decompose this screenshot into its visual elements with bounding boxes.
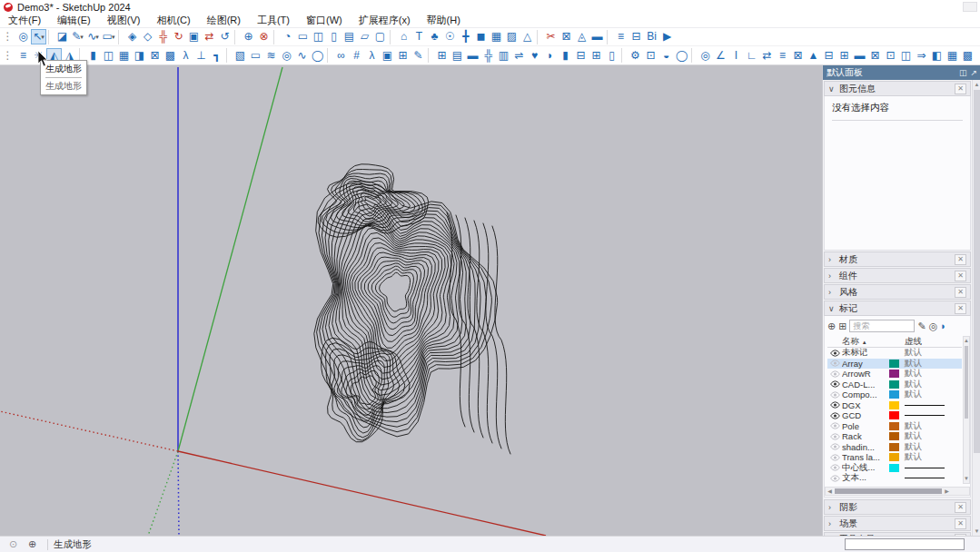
visibility-off-icon[interactable]	[827, 422, 842, 429]
menu-tools[interactable]: 工具(T)	[249, 13, 298, 28]
rotate-tool[interactable]: ↻	[171, 29, 186, 44]
section-tags[interactable]: ∨ 标记 ✕	[824, 301, 971, 316]
band-icon[interactable]: ▬	[852, 48, 867, 64]
scroll-right-icon[interactable]: ▶	[943, 488, 951, 495]
tag-dashes[interactable]	[905, 468, 952, 468]
close-icon[interactable]: ✕	[955, 84, 966, 94]
tag-color-swatch[interactable]	[889, 349, 899, 357]
section-plane-tool[interactable]: ◫	[311, 29, 326, 44]
stairs-tool[interactable]: △	[520, 29, 535, 44]
clipboard-icon[interactable]: ⊟	[573, 48, 589, 64]
visibility-off-icon[interactable]	[827, 433, 842, 440]
offset-tool[interactable]: ◇	[140, 29, 155, 44]
tag-color-swatch[interactable]	[889, 432, 899, 440]
note-icon[interactable]: ▤	[450, 48, 465, 64]
tag-color-swatch[interactable]	[889, 422, 899, 430]
line-tool[interactable]: ✎▾	[70, 29, 85, 44]
tag-color-swatch[interactable]	[889, 390, 899, 399]
scroll-up-icon[interactable]: ▲	[964, 337, 969, 345]
angle-icon[interactable]: ∠	[713, 48, 728, 64]
battery-icon[interactable]: ▮	[558, 48, 573, 64]
box-grid-icon[interactable]: ⊞	[395, 48, 411, 64]
mesh-icon[interactable]: ▦	[945, 48, 960, 64]
play-icon[interactable]: ▶	[659, 29, 675, 44]
window-component[interactable]: ▨	[504, 29, 520, 44]
scroll-down-icon[interactable]: ▼	[973, 527, 980, 536]
curve-icon[interactable]: ∿	[294, 48, 310, 64]
zoom-previous[interactable]: ⊗	[256, 29, 272, 44]
frame-icon[interactable]: ▣	[380, 48, 395, 64]
close-icon[interactable]: ✕	[955, 502, 966, 513]
geolocation-icon[interactable]: ⊙	[7, 538, 19, 550]
document-icon[interactable]: ▯	[604, 48, 619, 64]
visibility-on-icon[interactable]	[827, 412, 842, 419]
edit-tag-icon[interactable]: ✎	[917, 320, 926, 332]
search-icon[interactable]: ◎	[698, 48, 713, 64]
visibility-on-icon[interactable]	[827, 380, 842, 388]
outline-icon[interactable]: ≡	[775, 48, 790, 64]
tag-row[interactable]: 文本	[827, 484, 962, 485]
dropdown-caret-icon[interactable]: ▾	[95, 29, 99, 44]
magnifier-icon[interactable]: ◎	[15, 29, 31, 44]
bug-icon[interactable]: ⊡	[643, 48, 658, 64]
tray-scrollbar[interactable]: ▲ ▼	[972, 80, 980, 536]
menu-extensions[interactable]: 扩展程序(x)	[351, 13, 419, 28]
purge-tags-icon[interactable]: ◎	[929, 320, 938, 332]
table-icon[interactable]: ⊞	[836, 48, 852, 64]
flip-edge-tool[interactable]: ▩	[163, 48, 178, 64]
scale-tool[interactable]: ▣	[186, 29, 202, 44]
visibility-off-icon[interactable]	[827, 391, 842, 399]
visibility-off-icon[interactable]	[827, 454, 842, 461]
bar-icon[interactable]: ▬	[465, 48, 480, 64]
tags-vertical-scrollbar[interactable]: ▲ ▼	[963, 336, 970, 484]
followme-tool[interactable]: ↺	[217, 29, 233, 44]
swap-icon[interactable]: ⇌	[511, 48, 527, 64]
pattern-icon[interactable]: ▧	[233, 48, 248, 64]
section-shadows[interactable]: › 阴影 ✕	[824, 499, 971, 515]
scroll-left-icon[interactable]: ◀	[826, 488, 834, 495]
columns-icon[interactable]: ◫	[898, 48, 914, 64]
section-fill-toggle[interactable]: ▱	[357, 29, 372, 44]
grid-tool[interactable]: ▦	[489, 29, 504, 44]
half-icon[interactable]: ◧	[929, 48, 945, 64]
tag-color-swatch[interactable]	[889, 401, 899, 409]
weld-tool[interactable]: ✂	[543, 29, 559, 44]
tag-dashes[interactable]	[905, 415, 952, 416]
card-icon[interactable]: ▭	[248, 48, 263, 64]
tag-row[interactable]: Compo...默认	[827, 389, 962, 400]
save-copy-icon[interactable]: ▬	[589, 29, 605, 44]
target-icon[interactable]: ⊡	[883, 48, 898, 64]
dropdown-caret-icon[interactable]: ▾	[80, 29, 84, 44]
tag-color-swatch[interactable]	[889, 464, 899, 472]
rectangle-tool[interactable]: ▭▾	[101, 29, 116, 44]
scrollbar-thumb[interactable]	[965, 346, 968, 419]
list-icon[interactable]: ≡	[15, 48, 31, 64]
measurements-input[interactable]	[845, 538, 965, 550]
link-icon[interactable]: ∞	[333, 48, 349, 64]
outer-shell-tool[interactable]: ◬	[574, 29, 589, 44]
menu-file[interactable]: 文件(F)	[0, 13, 49, 28]
scrollbar-thumb[interactable]	[835, 488, 942, 494]
magnifier-icon[interactable]: ◎	[279, 48, 294, 64]
menu-edit[interactable]: 编辑(E)	[49, 13, 99, 28]
section-entity-info[interactable]: ∨ 图元信息 ✕	[824, 81, 971, 96]
printer-icon[interactable]: ⊟	[821, 48, 836, 64]
tree-component[interactable]: ♣	[427, 29, 442, 44]
cloud-icon[interactable]: ◯	[674, 48, 689, 64]
menu-window[interactable]: 窗口(W)	[298, 13, 351, 28]
back-edges-toggle[interactable]: ▢	[372, 29, 388, 44]
section-scenes[interactable]: › 场景 ✕	[824, 516, 971, 531]
tag-color-swatch[interactable]	[889, 453, 899, 461]
heart-icon[interactable]: ♥	[527, 48, 542, 64]
credits-icon[interactable]: ⊕	[26, 538, 38, 550]
pan-tool[interactable]: ▭	[295, 29, 311, 44]
visibility-on-icon[interactable]	[827, 350, 842, 357]
tag-row[interactable]: DGX	[827, 400, 962, 411]
menu-camera[interactable]: 相机(C)	[148, 13, 198, 28]
tag-dashes[interactable]	[905, 478, 952, 478]
light-component[interactable]: ☉	[442, 29, 458, 44]
select-tool[interactable]: ↖▾	[31, 29, 46, 44]
add-detail-tool[interactable]: ◨	[132, 48, 147, 64]
drape-tool[interactable]: ▦	[116, 48, 132, 64]
close-icon[interactable]: ✕	[955, 303, 966, 314]
